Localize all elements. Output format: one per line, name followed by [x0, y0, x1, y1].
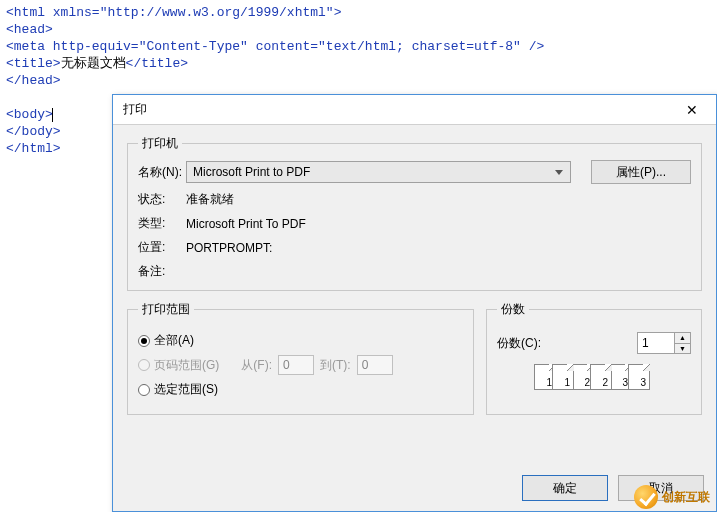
print-range-group: 打印范围 全部(A) 页码范围(G) 从(F): 0 到(T): 0 [127, 301, 474, 415]
chevron-down-icon: ▼ [679, 345, 686, 352]
from-label: 从(F): [241, 357, 272, 374]
page-number: 1 [564, 377, 570, 388]
close-button[interactable]: ✕ [672, 96, 712, 124]
code-token: </title> [126, 56, 188, 71]
printer-name-label: 名称(N): [138, 164, 186, 181]
properties-button[interactable]: 属性(P)... [591, 160, 691, 184]
range-pages-option: 页码范围(G) 从(F): 0 到(T): 0 [138, 355, 463, 375]
code-token: <head> [6, 22, 53, 37]
to-label: 到(T): [320, 357, 351, 374]
page-number: 2 [602, 377, 608, 388]
location-value: PORTPROMPT: [186, 241, 691, 255]
dialog-button-bar: 确定 取消 创新互联 [113, 469, 716, 511]
cancel-button[interactable]: 取消 [618, 475, 704, 501]
copies-spinner[interactable]: 1 ▲ ▼ [637, 332, 691, 354]
close-icon: ✕ [686, 102, 698, 118]
code-token: 无标题文档 [61, 56, 126, 71]
print-range-label: 打印范围 [138, 301, 194, 318]
range-all-option[interactable]: 全部(A) [138, 332, 463, 349]
type-label: 类型: [138, 215, 186, 232]
print-dialog: 打印 ✕ 打印机 名称(N): Microsoft Print to PDF 属… [112, 94, 717, 512]
type-value: Microsoft Print To PDF [186, 217, 691, 231]
dialog-body: 打印机 名称(N): Microsoft Print to PDF 属性(P).… [113, 125, 716, 469]
code-token: <meta http-equiv= [6, 39, 139, 54]
copies-group: 份数 份数(C): 1 ▲ ▼ 1 1 [486, 301, 702, 415]
code-token: "Content-Type" [139, 39, 248, 54]
page-icon: 3 [628, 364, 650, 390]
code-token: > [334, 5, 342, 20]
to-input: 0 [357, 355, 393, 375]
status-value: 准备就绪 [186, 191, 691, 208]
page-icon: 1 [552, 364, 574, 390]
code-token: "text/html; charset=utf-8" [318, 39, 521, 54]
code-token: <body> [6, 107, 53, 122]
spinner-down-button[interactable]: ▼ [675, 344, 690, 354]
range-selection-label: 选定范围(S) [154, 381, 218, 398]
dialog-titlebar[interactable]: 打印 ✕ [113, 95, 716, 125]
printer-selected-value: Microsoft Print to PDF [193, 165, 310, 179]
status-label: 状态: [138, 191, 186, 208]
code-token: </head> [6, 73, 61, 88]
radio-icon [138, 335, 150, 347]
copies-value[interactable]: 1 [637, 332, 675, 354]
chevron-up-icon: ▲ [679, 334, 686, 341]
code-token: content= [248, 39, 318, 54]
printer-group-label: 打印机 [138, 135, 182, 152]
code-token: </html> [6, 141, 61, 156]
code-token: <title> [6, 56, 61, 71]
code-token: "http://www.w3.org/1999/xhtml" [100, 5, 334, 20]
range-pages-label: 页码范围(G) [154, 357, 219, 374]
copies-group-label: 份数 [497, 301, 529, 318]
page-icon: 2 [590, 364, 612, 390]
range-all-label: 全部(A) [154, 332, 194, 349]
code-token: </body> [6, 124, 61, 139]
code-token: /> [521, 39, 544, 54]
printer-name-select[interactable]: Microsoft Print to PDF [186, 161, 571, 183]
copies-count-label: 份数(C): [497, 335, 541, 352]
printer-group: 打印机 名称(N): Microsoft Print to PDF 属性(P).… [127, 135, 702, 291]
collate-diagram: 1 1 2 2 3 3 [497, 364, 691, 390]
range-selection-option[interactable]: 选定范围(S) [138, 381, 463, 398]
spinner-up-button[interactable]: ▲ [675, 333, 690, 344]
text-cursor [52, 108, 53, 122]
radio-icon [138, 359, 150, 371]
from-input: 0 [278, 355, 314, 375]
comment-label: 备注: [138, 263, 186, 280]
ok-button[interactable]: 确定 [522, 475, 608, 501]
dialog-title: 打印 [123, 101, 672, 118]
radio-icon [138, 384, 150, 396]
location-label: 位置: [138, 239, 186, 256]
page-number: 3 [640, 377, 646, 388]
code-token: <html xmlns= [6, 5, 100, 20]
